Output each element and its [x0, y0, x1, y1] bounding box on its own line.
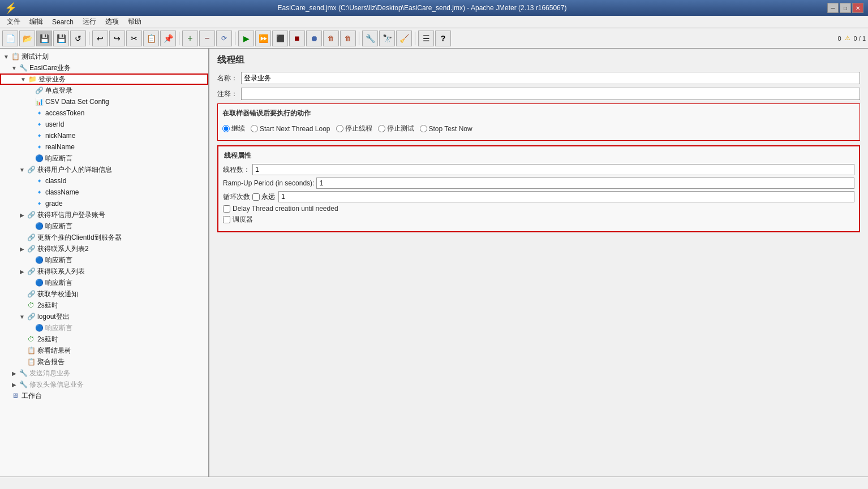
tree-item-single-login[interactable]: ▶ 🔗 单点登录 — [0, 85, 208, 96]
minimize-button[interactable]: ─ — [827, 3, 839, 13]
tree-item-contacts[interactable]: ▶ 🔗 获得联系人列表 — [0, 266, 208, 277]
radio-start-next[interactable]: Start Next Thread Loop — [251, 125, 330, 133]
clear-button[interactable]: 🗑 — [323, 31, 339, 46]
tree-label-csv: CSV Data Set Config — [45, 98, 109, 106]
stop-now-button[interactable]: ⏹ — [289, 31, 305, 46]
menu-help[interactable]: 帮助 — [123, 16, 146, 28]
toggle-contacts[interactable]: ▶ — [18, 269, 26, 275]
function-helper-button[interactable]: 🔧 — [362, 31, 378, 46]
tree-item-timer2[interactable]: ▶ ⏱ 2s延时 — [0, 334, 208, 345]
tree-item-response2[interactable]: ▶ 🔵 响应断言 — [0, 220, 208, 232]
remove-button[interactable]: − — [199, 31, 215, 46]
radio-stop-test[interactable]: 停止测试 — [378, 124, 414, 133]
tree-item-update-client[interactable]: ▶ 🔗 更新个推的ClientId到服务器 — [0, 232, 208, 243]
tree-item-send-msg[interactable]: ▶ 🔧 发送消息业务 — [0, 367, 208, 379]
ramp-up-input[interactable] — [316, 178, 854, 189]
main-layout: ▼ 📋 测试计划 ▼ 🔧 EasiCare业务 ▼ 📁 登录业务 ▶ 🔗 单点登… — [0, 49, 868, 477]
tree-item-realname[interactable]: ▶ 🔹 realName — [0, 141, 208, 153]
tree-item-accesstoken[interactable]: ▶ 🔹 accessToken — [0, 107, 208, 119]
run-no-pause-button[interactable]: ⏩ — [255, 31, 271, 46]
tree-item-agg-report[interactable]: ▶ 📋 聚合报告 — [0, 356, 208, 367]
tree-item-user-info[interactable]: ▼ 🔗 获得用户个人的详细信息 — [0, 164, 208, 175]
open-button[interactable]: 📂 — [19, 31, 35, 46]
tree-item-school[interactable]: ▶ 🔗 获取学校通知 — [0, 288, 208, 300]
tree-item-update-avatar[interactable]: ▶ 🔧 修改头像信息业务 — [0, 379, 208, 390]
stop-button[interactable]: ⬛ — [272, 31, 288, 46]
menu-options[interactable]: 选项 — [101, 16, 123, 28]
list-button[interactable]: ☰ — [418, 31, 434, 46]
clear-all-button[interactable]: 🗑 — [340, 31, 356, 46]
cut-button[interactable]: ✂ — [126, 31, 142, 46]
tree-item-contacts2[interactable]: ▶ 🔗 获得联系人列表2 — [0, 243, 208, 254]
forever-label-wrapper[interactable]: 永远 — [252, 192, 275, 202]
name-input[interactable] — [241, 72, 860, 84]
tree-item-logout[interactable]: ▼ 🔗 logout登出 — [0, 311, 208, 322]
search-btn[interactable]: 🔭 — [379, 31, 395, 46]
update-client-icon: 🔗 — [26, 233, 36, 241]
menu-edit[interactable]: 编辑 — [25, 16, 48, 28]
toggle-user-info[interactable]: ▼ — [18, 167, 26, 173]
loop-input[interactable] — [278, 191, 854, 202]
tree-item-response4[interactable]: ▶ 🔵 响应断言 — [0, 277, 208, 288]
menu-file[interactable]: 文件 — [2, 16, 25, 28]
radio-continue[interactable]: 继续 — [222, 124, 245, 133]
forever-checkbox[interactable] — [252, 193, 260, 201]
tree-item-classname[interactable]: ▶ 🔹 className — [0, 187, 208, 198]
menu-run[interactable]: 运行 — [78, 16, 101, 28]
response3-icon: 🔵 — [34, 256, 44, 264]
tree-item-timer1[interactable]: ▶ ⏱ 2s延时 — [0, 300, 208, 311]
tree-item-denglu[interactable]: ▼ 📁 登录业务 — [0, 73, 208, 85]
radio-stop-now[interactable]: Stop Test Now — [420, 125, 472, 133]
toggle-credit[interactable]: ▶ — [18, 212, 26, 218]
close-button[interactable]: ✕ — [852, 3, 863, 13]
run-button[interactable]: ▶ — [238, 31, 254, 46]
radio-start-next-input[interactable] — [251, 125, 258, 132]
tree-item-credit[interactable]: ▶ 🔗 获得环信用户登录账号 — [0, 209, 208, 220]
radio-stop-thread[interactable]: 停止线程 — [336, 124, 372, 133]
radio-stop-thread-input[interactable] — [336, 125, 343, 132]
broom-button[interactable]: 🧹 — [396, 31, 412, 46]
scheduler-checkbox[interactable] — [223, 216, 230, 223]
tree-item-userid[interactable]: ▶ 🔹 userId — [0, 119, 208, 130]
accesstoken-icon: 🔹 — [34, 109, 44, 117]
saveas-button[interactable]: 💾 — [53, 31, 69, 46]
tree-item-response1[interactable]: ▶ 🔵 响应断言 — [0, 153, 208, 164]
tree-item-grade[interactable]: ▶ 🔹 grade — [0, 198, 208, 209]
tree-item-nickname[interactable]: ▶ 🔹 nickName — [0, 130, 208, 141]
menu-search[interactable]: Search — [48, 17, 78, 27]
save-button[interactable]: 💾 — [36, 31, 52, 46]
restore-button[interactable]: □ — [840, 3, 851, 13]
help-button[interactable]: ? — [435, 31, 451, 46]
tree-item-workbench[interactable]: ▶ 🖥 工作台 — [0, 390, 208, 401]
tree-item-response3[interactable]: ▶ 🔵 响应断言 — [0, 254, 208, 266]
undo-button[interactable]: ↩ — [92, 31, 108, 46]
add-button[interactable]: + — [182, 31, 198, 46]
reload-button[interactable]: ↺ — [70, 31, 86, 46]
tree-item-result-tree[interactable]: ▶ 📋 察看结果树 — [0, 345, 208, 356]
new-button[interactable]: 📄 — [2, 31, 18, 46]
toggle-logout[interactable]: ▼ — [18, 314, 26, 320]
toggle-easicare[interactable]: ▼ — [10, 65, 18, 71]
thread-count-input[interactable] — [252, 164, 854, 175]
toggle-test-plan[interactable]: ▼ — [2, 54, 10, 60]
comment-input[interactable] — [241, 88, 860, 100]
tree-label-easicare: EasiCare业务 — [29, 63, 71, 73]
delay-checkbox[interactable] — [223, 205, 230, 213]
toggle-send-msg[interactable]: ▶ — [10, 370, 18, 377]
tree-item-test-plan[interactable]: ▼ 📋 测试计划 — [0, 51, 208, 62]
radio-continue-input[interactable] — [222, 125, 230, 132]
toggle-denglu[interactable]: ▼ — [19, 76, 27, 83]
paste-button[interactable]: 📌 — [160, 31, 176, 46]
copy-button[interactable]: 📋 — [143, 31, 159, 46]
tree-item-easicare[interactable]: ▼ 🔧 EasiCare业务 — [0, 62, 208, 73]
browse-button[interactable]: ⟳ — [216, 31, 232, 46]
redo-button[interactable]: ↪ — [109, 31, 125, 46]
shutdown-button[interactable]: ⏺ — [306, 31, 322, 46]
toggle-contacts2[interactable]: ▶ — [18, 246, 26, 252]
tree-item-csv[interactable]: ▶ 📊 CSV Data Set Config — [0, 96, 208, 107]
tree-item-response5[interactable]: ▶ 🔵 响应断言 — [0, 322, 208, 334]
tree-item-classid[interactable]: ▶ 🔹 classId — [0, 175, 208, 187]
radio-stop-now-input[interactable] — [420, 125, 427, 132]
toggle-update-avatar[interactable]: ▶ — [10, 382, 18, 388]
radio-stop-test-input[interactable] — [378, 125, 385, 132]
